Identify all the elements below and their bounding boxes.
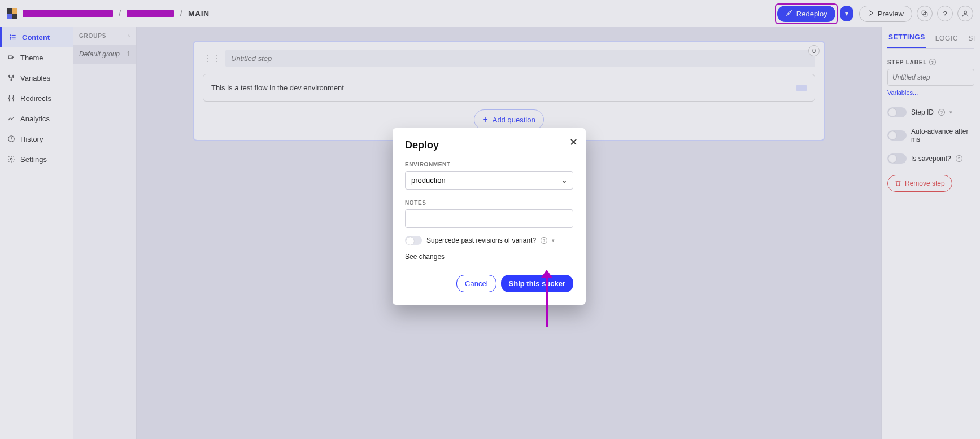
preview-button[interactable]: Preview: [859, 6, 912, 22]
chevron-down-icon[interactable]: ▾: [552, 238, 555, 243]
close-button[interactable]: ✕: [569, 136, 578, 148]
toggle-savepoint[interactable]: Is savepoint? ?: [887, 153, 974, 164]
copy-button[interactable]: [917, 6, 933, 21]
user-button[interactable]: [957, 6, 973, 21]
deploy-modal: Deploy ✕ ENVIRONMENT production ⌄ NOTES …: [393, 128, 586, 305]
toggle-label: Is savepoint?: [911, 155, 951, 163]
tab-logic[interactable]: LOGIC: [934, 34, 959, 48]
sidebar-item-history[interactable]: History: [0, 129, 73, 149]
question-box[interactable]: This is a test flow in the dev environme…: [203, 74, 815, 102]
step-title-row: ⋮⋮: [199, 47, 818, 74]
help-icon[interactable]: ?: [541, 237, 547, 244]
user-icon: [961, 10, 969, 17]
trash-icon: [895, 180, 901, 187]
app-logo[interactable]: [7, 8, 17, 19]
step-title-input[interactable]: [225, 50, 815, 67]
tab-st[interactable]: ST: [967, 34, 979, 48]
question-type-icon: [796, 85, 807, 91]
redeploy-highlight: Redeploy: [775, 3, 838, 24]
svg-point-3: [964, 11, 967, 14]
svg-point-14: [12, 98, 14, 99]
toggle[interactable]: [887, 130, 907, 141]
toggle-auto-advance[interactable]: Auto-advance after ms: [887, 128, 974, 143]
sidebar-item-label: Variables: [20, 74, 50, 82]
breadcrumb-org[interactable]: [23, 10, 113, 17]
chevron-down-icon: ▾: [845, 10, 848, 17]
modal-actions: Cancel Ship this sucker: [405, 275, 573, 292]
help-icon[interactable]: ?: [929, 59, 936, 65]
variables-link[interactable]: Variables...: [887, 89, 918, 96]
step-badge: 0: [808, 45, 820, 56]
toggle-step-id[interactable]: Step ID ? ▾: [887, 107, 974, 117]
add-question-label: Add question: [493, 116, 535, 124]
plus-icon: +: [482, 115, 487, 125]
theme-icon: [7, 53, 16, 62]
sidebar-item-label: Content: [22, 33, 50, 42]
environment-select[interactable]: production: [405, 171, 573, 190]
analytics-icon: [7, 114, 16, 123]
question-text: This is a test flow in the dev environme…: [211, 84, 344, 92]
environment-select-wrap: production ⌄: [405, 171, 573, 190]
sidebar-item-theme[interactable]: Theme: [0, 47, 73, 68]
sidebar-item-redirects[interactable]: Redirects: [0, 88, 73, 108]
sidebar-item-label: Analytics: [20, 115, 50, 123]
supersede-row: Supercede past revisions of variant? ? ▾: [405, 236, 573, 245]
breadcrumb-sep: /: [180, 8, 182, 19]
svg-point-8: [10, 37, 11, 37]
group-name: Default group: [79, 50, 120, 58]
svg-point-9: [10, 39, 11, 39]
step-card[interactable]: 0 ⋮⋮ This is a test flow in the dev envi…: [193, 41, 825, 141]
environment-label: ENVIRONMENT: [405, 161, 573, 168]
svg-point-11: [12, 75, 14, 76]
cancel-button[interactable]: Cancel: [456, 275, 496, 292]
toggle[interactable]: [887, 107, 907, 117]
sidebar-item-analytics[interactable]: Analytics: [0, 108, 73, 129]
sidebar-item-label: Theme: [20, 54, 43, 62]
sidebar-item-variables[interactable]: Variables: [0, 68, 73, 88]
redeploy-split-button[interactable]: ▾: [840, 6, 853, 21]
group-item[interactable]: Default group 1: [73, 45, 136, 64]
remove-step-label: Remove step: [905, 179, 945, 187]
help-icon[interactable]: ?: [938, 109, 945, 116]
preview-label: Preview: [878, 10, 904, 18]
redeploy-label: Redeploy: [796, 10, 827, 18]
see-changes-link[interactable]: See changes: [405, 253, 445, 261]
play-icon: [868, 10, 874, 18]
drag-handle-icon[interactable]: ⋮⋮: [203, 53, 221, 64]
sidebar: Content Theme Variables Redirects Analyt…: [0, 27, 73, 439]
help-icon: ?: [943, 10, 947, 18]
notes-label: NOTES: [405, 200, 573, 206]
help-icon[interactable]: ?: [956, 155, 962, 162]
sidebar-item-content[interactable]: Content: [0, 27, 73, 47]
chevron-right-icon[interactable]: ›: [128, 33, 130, 39]
right-panel: SETTINGS LOGIC ST STEP LABEL ? Variables…: [881, 27, 980, 439]
breadcrumb-sep: /: [119, 8, 121, 19]
supersede-label: Supercede past revisions of variant?: [426, 236, 536, 244]
group-count: 1: [127, 50, 130, 58]
close-icon: ✕: [569, 137, 578, 148]
supersede-toggle[interactable]: [405, 236, 422, 245]
step-label-input[interactable]: [887, 69, 974, 86]
breadcrumb-branch[interactable]: MAIN: [188, 9, 210, 18]
redeploy-button[interactable]: Redeploy: [777, 6, 835, 22]
toggle[interactable]: [887, 153, 907, 164]
toggle-label: Step ID: [911, 108, 934, 116]
groups-panel: GROUPS › Default group 1: [73, 27, 137, 439]
sidebar-item-settings[interactable]: Settings: [0, 149, 73, 169]
remove-step-button[interactable]: Remove step: [887, 175, 952, 192]
chevron-down-icon[interactable]: ▾: [949, 109, 952, 115]
help-button[interactable]: ?: [937, 6, 953, 21]
svg-point-12: [11, 79, 12, 80]
breadcrumb-project[interactable]: [127, 10, 174, 17]
sidebar-item-label: History: [20, 135, 43, 143]
tab-settings[interactable]: SETTINGS: [887, 33, 926, 48]
step-label-heading: STEP LABEL ?: [887, 59, 974, 65]
gear-icon: [7, 155, 16, 164]
modal-title: Deploy: [405, 139, 573, 151]
add-question-button[interactable]: + Add question: [474, 109, 543, 130]
redirects-icon: [7, 94, 16, 103]
list-icon: [8, 33, 18, 42]
svg-point-13: [8, 98, 10, 99]
ship-button[interactable]: Ship this sucker: [501, 275, 573, 292]
notes-input[interactable]: [405, 209, 573, 228]
